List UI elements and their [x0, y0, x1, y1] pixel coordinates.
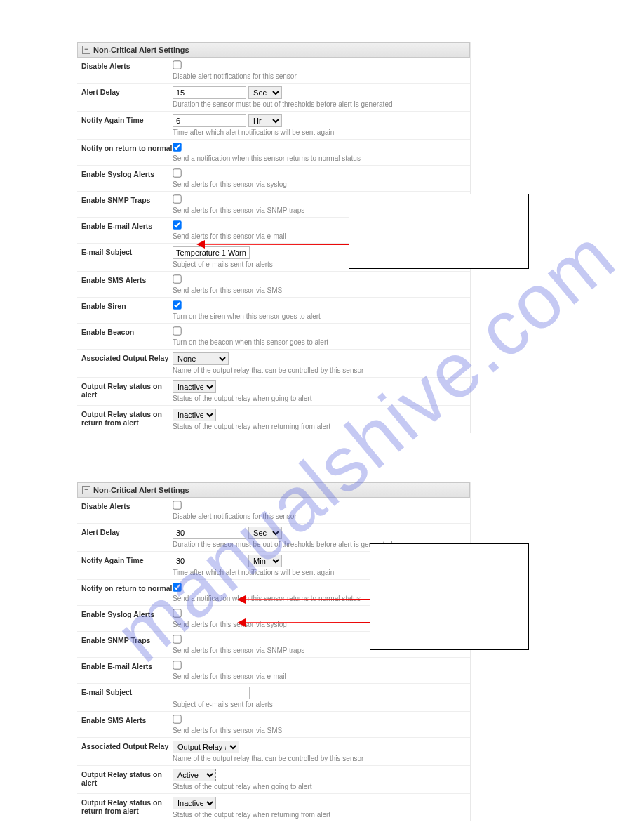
label: Alert Delay	[81, 86, 173, 96]
label: Alert Delay	[81, 527, 173, 536]
panel-title: Non-Critical Alert Settings	[93, 46, 189, 54]
label: Enable SMS Alerts	[81, 715, 173, 724]
relay-on-return-select[interactable]: Inactive	[173, 409, 216, 421]
enable-syslog-checkbox[interactable]	[173, 168, 181, 177]
alert-delay-input[interactable]	[173, 86, 246, 99]
settings-panel-2: − Non-Critical Alert Settings Disable Al…	[77, 482, 471, 821]
alert-delay-unit[interactable]: Sec	[248, 527, 282, 539]
notify-again-input[interactable]	[173, 114, 246, 127]
label: Enable SMS Alerts	[81, 274, 173, 284]
desc: Status of the output relay when returnin…	[173, 423, 466, 430]
collapse-icon[interactable]: −	[82, 46, 90, 54]
desc: Turn on the beacon when this sensor goes…	[173, 338, 466, 346]
label: Enable SNMP Traps	[81, 194, 173, 204]
notify-return-checkbox[interactable]	[173, 143, 181, 151]
desc: Name of the output relay that can be con…	[173, 755, 466, 762]
row-enable-syslog: Enable Syslog Alerts Send alerts for thi…	[77, 166, 470, 192]
notify-again-unit[interactable]: Hr	[248, 114, 282, 127]
callout-box-2	[370, 543, 529, 650]
label: Output Relay status on alert	[81, 769, 173, 787]
desc: Duration the sensor must be out of thres…	[173, 100, 466, 108]
row-email-subject: E-mail Subject Subject of e-mails sent f…	[77, 684, 470, 712]
label: Output Relay status on return from alert	[81, 409, 173, 427]
label: Enable SNMP Traps	[81, 635, 173, 644]
label: Enable E-mail Alerts	[81, 220, 173, 230]
enable-sms-checkbox[interactable]	[173, 274, 181, 283]
enable-email-checkbox[interactable]	[173, 220, 181, 229]
arrow-1	[203, 244, 351, 245]
desc: Subject of e-mails sent for alerts	[173, 701, 466, 708]
panel-header[interactable]: − Non-Critical Alert Settings	[77, 42, 470, 58]
arrow-3	[244, 622, 370, 623]
row-relay-on-alert: Output Relay status on alert Inactive St…	[77, 378, 470, 406]
row-relay-on-alert: Output Relay status on alert Active Stat…	[77, 766, 470, 794]
label: E-mail Subject	[81, 687, 173, 696]
label: Associated Output Relay	[81, 741, 173, 750]
collapse-icon[interactable]: −	[82, 486, 90, 494]
assoc-relay-select[interactable]: Output Relay #1	[173, 741, 239, 753]
notify-again-unit[interactable]: Min	[248, 555, 282, 567]
row-notify-again: Notify Again Time Hr Time after which al…	[77, 112, 470, 140]
label: Notify on return to normal	[81, 143, 173, 152]
row-alert-delay: Alert Delay Sec Duration the sensor must…	[77, 84, 470, 112]
desc: Name of the output relay that can be con…	[173, 366, 466, 374]
row-relay-on-return: Output Relay status on return from alert…	[77, 794, 470, 821]
enable-syslog-checkbox[interactable]	[173, 609, 181, 617]
label: E-mail Subject	[81, 246, 173, 256]
row-disable-alerts: Disable Alerts Disable alert notificatio…	[77, 58, 470, 84]
desc: Send alerts for this sensor via SMS	[173, 727, 466, 734]
alert-delay-unit[interactable]: Sec	[248, 86, 282, 99]
callout-box-1	[349, 194, 529, 269]
label: Disable Alerts	[81, 60, 173, 70]
row-enable-sms: Enable SMS Alerts Send alerts for this s…	[77, 272, 470, 298]
desc: Turn on the siren when this sensor goes …	[173, 312, 466, 320]
enable-sms-checkbox[interactable]	[173, 715, 181, 723]
label: Enable E-mail Alerts	[81, 661, 173, 670]
row-disable-alerts: Disable Alerts Disable alert notificatio…	[77, 498, 470, 524]
desc: Disable alert notifications for this sen…	[173, 512, 466, 520]
desc: Status of the output relay when going to…	[173, 395, 466, 402]
alert-delay-input[interactable]	[173, 527, 246, 539]
desc: Status of the output relay when returnin…	[173, 811, 466, 819]
row-notify-return: Notify on return to normal Send a notifi…	[77, 140, 470, 166]
panel-title: Non-Critical Alert Settings	[93, 486, 189, 494]
desc: Send alerts for this sensor via e-mail	[173, 673, 466, 680]
desc: Status of the output relay when going to…	[173, 783, 466, 790]
label: Enable Syslog Alerts	[81, 168, 173, 178]
disable-alerts-checkbox[interactable]	[173, 501, 181, 509]
label: Enable Siren	[81, 300, 173, 310]
desc: Send a notification when this sensor ret…	[173, 154, 466, 162]
enable-beacon-checkbox[interactable]	[173, 326, 181, 335]
row-enable-beacon: Enable Beacon Turn on the beacon when th…	[77, 324, 470, 350]
enable-snmp-checkbox[interactable]	[173, 194, 181, 203]
label: Enable Syslog Alerts	[81, 609, 173, 618]
label: Notify Again Time	[81, 555, 173, 564]
email-subject-input[interactable]	[173, 246, 250, 259]
row-assoc-relay: Associated Output Relay Output Relay #1 …	[77, 738, 470, 766]
row-enable-siren: Enable Siren Turn on the siren when this…	[77, 298, 470, 324]
desc: Disable alert notifications for this sen…	[173, 72, 466, 80]
relay-on-alert-select[interactable]: Active	[173, 769, 216, 781]
label: Output Relay status on alert	[81, 380, 173, 399]
label: Disable Alerts	[81, 501, 173, 510]
row-assoc-relay: Associated Output Relay None Name of the…	[77, 350, 470, 378]
email-subject-input[interactable]	[173, 687, 250, 699]
relay-on-alert-select[interactable]: Inactive	[173, 380, 216, 393]
notify-again-input[interactable]	[173, 555, 246, 567]
label: Associated Output Relay	[81, 352, 173, 362]
notify-return-checkbox[interactable]	[173, 583, 181, 591]
panel-header[interactable]: − Non-Critical Alert Settings	[77, 482, 470, 498]
enable-snmp-checkbox[interactable]	[173, 635, 181, 643]
desc: Send alerts for this sensor via SMS	[173, 286, 466, 294]
disable-alerts-checkbox[interactable]	[173, 60, 181, 69]
enable-email-checkbox[interactable]	[173, 661, 181, 669]
desc: Time after which alert notifications wil…	[173, 128, 466, 136]
relay-on-return-select[interactable]: Inactive	[173, 797, 216, 809]
row-relay-on-return: Output Relay status on return from alert…	[77, 406, 470, 433]
desc: Send alerts for this sensor via syslog	[173, 180, 466, 188]
assoc-relay-select[interactable]: None	[173, 352, 229, 365]
label: Output Relay status on return from alert	[81, 797, 173, 815]
label: Notify Again Time	[81, 114, 173, 124]
enable-siren-checkbox[interactable]	[173, 300, 181, 309]
label: Enable Beacon	[81, 326, 173, 336]
